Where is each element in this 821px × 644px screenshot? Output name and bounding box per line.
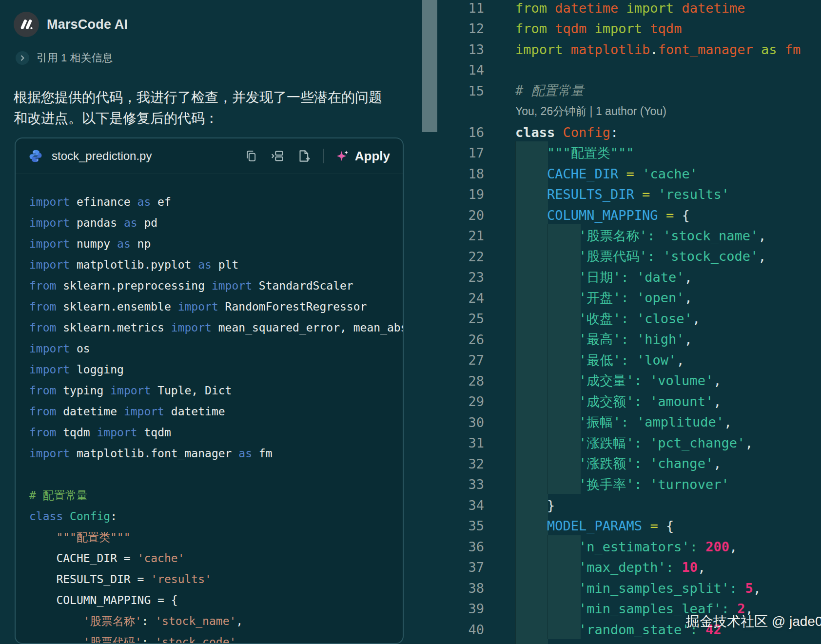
code-token: ef [157,195,171,208]
code-token: """配置类""" [547,145,634,160]
code-token: , [684,270,692,285]
code-token: 'volume' [650,373,713,388]
code-token: 'n_estimators' [579,539,690,554]
line-number: 30 [437,415,484,430]
code-token [29,531,56,544]
code-token: : [634,435,642,450]
code-token: tqdm [555,21,594,36]
code-token: 'turnover' [650,477,729,492]
code-token: : [729,581,737,596]
chat-code-line [29,464,403,485]
editor-line-code: 'n_estimators': 200, [515,539,737,554]
codelens-blame-annotation[interactable]: You, 26分钟前 | 1 author (You) [437,101,821,122]
editor-line: 23 '日期': 'date', [437,267,821,288]
code-token: : [621,270,629,285]
code-token: as [761,42,785,57]
editor-line-code: CACHE_DIR = 'cache' [515,166,698,181]
copy-icon[interactable] [244,149,258,163]
code-token: import [29,195,77,208]
code-token [634,187,642,202]
code-token: datetime [171,405,225,418]
code-token [515,166,547,181]
code-token [515,249,579,264]
editor-line-code: '成交额': 'amount', [515,393,721,410]
code-token: '日期' [579,270,621,285]
code-token: , [692,311,700,326]
citation-label: 引用 1 相关信息 [37,51,113,65]
chat-code-line: import pandas as pd [29,213,403,234]
editor-line: 35 MODEL_PARAMS = { [437,516,821,537]
editor-line-code: import matplotlib.font_manager as fm [515,42,801,57]
editor-line: 38 'min_samples_split': 5, [437,578,821,599]
editor-line: 27 '最低': 'low', [437,350,821,371]
code-token [515,581,579,596]
code-token [515,518,547,533]
line-number: 33 [437,477,484,492]
editor-line-code: } [515,498,555,513]
code-token: import [29,447,77,460]
code-token: : [634,477,642,492]
code-token: as [198,258,218,271]
editor-line: 21 '股票名称': 'stock_name', [437,226,821,247]
apply-button[interactable]: Apply [335,149,390,164]
editor-line: 41 } [437,640,821,644]
code-token [515,539,579,554]
code-token [29,636,83,643]
editor-line: 34 } [437,495,821,516]
chat-code-line: import logging [29,359,403,380]
line-number: 12 [437,21,484,36]
chat-code-line: from sklearn.metrics import mean_squared… [29,317,403,338]
chat-code-line: import matplotlib.font_manager as fm [29,443,403,464]
code-token: 'close' [637,311,692,326]
chat-panel-scrollbar[interactable] [422,0,437,132]
code-token [515,187,547,202]
chat-code-line: class Config: [29,506,403,527]
code-token: os [77,342,90,355]
code-token: from [29,384,63,397]
code-token [515,208,547,223]
code-token [629,290,637,305]
new-file-icon[interactable] [296,149,311,163]
code-token: , [713,373,721,388]
marscode-logo-avatar [14,12,39,37]
editor-line: 16class Config: [437,122,821,143]
code-token: efinance [77,195,137,208]
citation-toggle[interactable]: 引用 1 相关信息 [16,51,113,65]
code-token: 'stock_name' [155,615,236,627]
code-token: import [626,0,682,16]
code-token: typing [63,384,110,397]
editor-line-code: '振幅': 'amplitude', [515,413,732,431]
code-token: from [29,426,63,439]
code-token: '成交量' [579,373,634,388]
line-number: 26 [437,332,484,347]
code-token [629,414,637,429]
code-token [515,456,579,471]
code-token [658,518,666,533]
code-token: : [110,510,117,523]
code-token: = [650,518,658,533]
code-token: MODEL_PARAMS [547,518,642,533]
editor-code-lines[interactable]: 11from datetime import datetime12from tq… [437,0,821,644]
chat-code-line: '股票名称': 'stock_name', [29,611,403,632]
code-token: # 配置常量 [29,489,88,502]
code-token: as [137,195,158,208]
editor-line: 24 '开盘': 'open', [437,288,821,309]
code-token: as [117,237,137,250]
editor-line: 15# 配置常量 [437,80,821,101]
code-block-header: stock_prediction.py [16,138,403,174]
editor-line-code: COLUMN_MAPPING = { [515,208,690,223]
code-token [29,615,83,627]
code-token [515,145,547,160]
code-token: 'amount' [650,394,713,409]
code-token: mean_squared_error, mean_absolute_error [218,321,403,334]
chat-code-line: from tqdm import tqdm [29,422,403,443]
code-token [642,456,650,471]
code-token: 'low' [637,352,676,368]
code-token: 'max_depth' [579,560,666,575]
code-token: , [745,435,753,450]
insert-code-icon[interactable] [270,149,285,163]
code-token: . [650,42,658,57]
code-token: sklearn.metrics [63,321,171,334]
code-token: from [29,405,63,418]
editor-line: 33 '换手率': 'turnover' [437,474,821,495]
